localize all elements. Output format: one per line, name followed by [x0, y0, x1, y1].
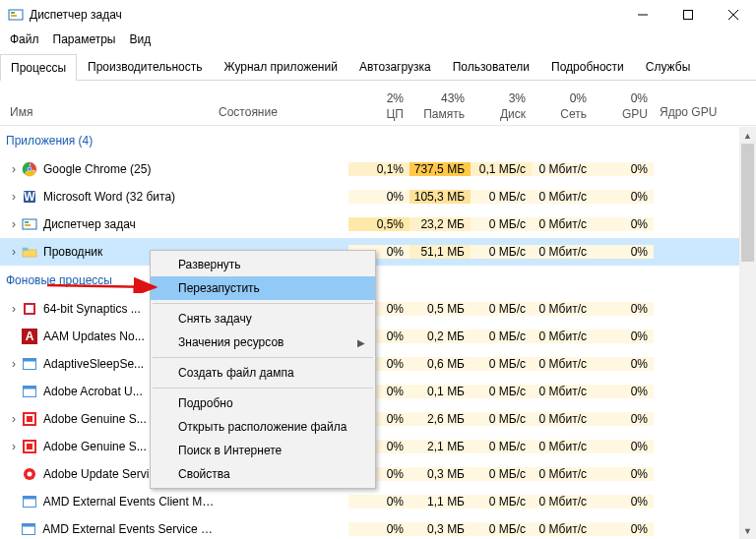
col-memory[interactable]: 43%Память	[410, 91, 471, 125]
svg-text:A: A	[26, 329, 34, 343]
cell-cpu: 0%	[348, 190, 410, 204]
minimize-button[interactable]	[620, 0, 665, 30]
cell-disk: 0 МБ/с	[471, 467, 532, 481]
tab-services[interactable]: Службы	[635, 53, 701, 80]
col-cpu[interactable]: 2%ЦП	[348, 91, 410, 125]
cell-mem: 737,5 МБ	[410, 162, 471, 176]
vertical-scrollbar[interactable]: ▲ ▼	[739, 127, 756, 539]
cell-net: 0 Мбит/с	[532, 467, 593, 481]
context-menu-item[interactable]: Перезапустить	[151, 276, 375, 300]
svg-rect-36	[23, 524, 35, 527]
cell-gpu: 0%	[593, 440, 654, 453]
expand-icon[interactable]: ›	[8, 440, 20, 453]
menu-file[interactable]: Файл	[10, 32, 39, 46]
annotation-arrow	[45, 266, 163, 293]
tab-processes[interactable]: Процессы	[0, 54, 77, 81]
col-net[interactable]: 0%Сеть	[532, 91, 593, 125]
process-icon	[22, 466, 37, 482]
process-name: Google Chrome (25)	[43, 162, 151, 176]
context-menu-item[interactable]: Поиск в Интернете	[151, 439, 375, 462]
cell-gpu: 0%	[593, 522, 654, 536]
expand-icon[interactable]: ›	[8, 217, 20, 231]
cell-mem: 0,3 МБ	[410, 522, 471, 536]
scroll-down-button[interactable]: ▼	[739, 522, 756, 539]
cell-disk: 0 МБ/с	[471, 440, 532, 453]
tab-startup[interactable]: Автозагрузка	[348, 53, 442, 80]
context-menu-item[interactable]: Развернуть	[151, 253, 375, 276]
process-row[interactable]: › Диспетчер задач 0,5% 23,2 МБ 0 МБ/с 0 …	[0, 210, 756, 238]
expand-icon[interactable]: ›	[8, 190, 20, 204]
cell-disk: 0 МБ/с	[471, 495, 532, 509]
context-menu-item[interactable]: Свойства	[151, 462, 375, 486]
cell-cpu: 0%	[348, 522, 410, 536]
submenu-arrow-icon: ▶	[357, 337, 365, 348]
app-icon	[8, 7, 24, 23]
cell-mem: 23,2 МБ	[410, 217, 471, 231]
col-gpu[interactable]: 0%GPU	[593, 91, 654, 125]
scroll-up-button[interactable]: ▲	[739, 127, 756, 144]
tab-app-history[interactable]: Журнал приложений	[214, 53, 348, 80]
tab-performance[interactable]: Производительность	[77, 53, 213, 80]
process-name: Microsoft Word (32 бита)	[43, 190, 175, 204]
process-icon	[22, 161, 37, 177]
process-row[interactable]: › 64-bit Synaptics ... 0% 0,5 МБ 0 МБ/с …	[0, 295, 756, 323]
process-row[interactable]: › Adobe Genuine S... 0% 2,1 МБ 0 МБ/с 0 …	[0, 433, 756, 460]
expand-icon[interactable]: ›	[8, 162, 20, 176]
expand-icon[interactable]: ›	[8, 412, 20, 426]
expand-icon[interactable]: ›	[8, 245, 20, 259]
menu-view[interactable]: Вид	[129, 32, 151, 46]
svg-rect-1	[11, 12, 15, 14]
context-menu-item[interactable]: Снять задачу	[151, 307, 375, 330]
process-row[interactable]: › AdaptiveSleepSe... 0% 0,6 МБ 0 МБ/с 0 …	[0, 350, 756, 378]
cell-gpu: 0%	[593, 245, 654, 259]
cell-gpu: 0%	[593, 495, 654, 509]
process-row[interactable]: › Adobe Genuine S... 0% 2,6 МБ 0 МБ/с 0 …	[0, 405, 756, 433]
cell-mem: 2,1 МБ	[410, 440, 471, 453]
tab-users[interactable]: Пользователи	[442, 53, 540, 80]
context-menu-separator	[153, 303, 373, 304]
window-controls	[620, 0, 756, 30]
context-menu-item[interactable]: Создать файл дампа	[151, 361, 375, 385]
cell-net: 0 Мбит/с	[532, 412, 593, 426]
process-row[interactable]: Adobe Update Service (32 бита) 0% 0,3 МБ…	[0, 460, 756, 488]
process-row[interactable]: › Проводник 0% 51,1 МБ 0 МБ/с 0 Мбит/с 0…	[0, 238, 756, 266]
process-row[interactable]: › W Microsoft Word (32 бита) 0% 105,3 МБ…	[0, 183, 756, 210]
process-row[interactable]: Adobe Acrobat U... 0% 0,1 МБ 0 МБ/с 0 Мб…	[0, 378, 756, 405]
menu-params[interactable]: Параметры	[53, 32, 116, 46]
cell-net: 0 Мбит/с	[532, 245, 593, 259]
context-menu-item[interactable]: Подробно	[151, 391, 375, 415]
expand-icon[interactable]: ›	[8, 302, 20, 316]
column-headers: Имя Состояние 2%ЦП 43%Память 3%Диск 0%Се…	[0, 81, 756, 126]
expand-icon[interactable]: ›	[8, 357, 20, 371]
context-menu-item[interactable]: Открыть расположение файла	[151, 415, 375, 439]
svg-rect-15	[25, 224, 31, 226]
process-icon	[22, 216, 37, 232]
tab-details[interactable]: Подробности	[540, 53, 635, 80]
svg-rect-27	[27, 416, 32, 422]
cell-gpu: 0%	[593, 412, 654, 426]
group-apps[interactable]: Приложения (4)	[0, 126, 756, 155]
process-row[interactable]: AMD External Events Client Mo... 0% 1,1 …	[0, 488, 756, 515]
process-row[interactable]: AMD External Events Service Mo... 0% 0,3…	[0, 515, 756, 539]
process-name: Диспетчер задач	[43, 217, 136, 231]
cell-gpu: 0%	[593, 302, 654, 316]
col-name[interactable]: Имя	[0, 105, 215, 125]
process-row[interactable]: A AAM Updates No... 0% 0,2 МБ 0 МБ/с 0 М…	[0, 323, 756, 350]
col-disk[interactable]: 3%Диск	[471, 91, 532, 125]
col-gpu-engine[interactable]: Ядро GPU	[654, 105, 719, 125]
cell-gpu: 0%	[593, 217, 654, 231]
svg-rect-14	[25, 221, 29, 223]
cell-cpu: 0%	[348, 495, 410, 509]
col-state[interactable]: Состояние	[215, 105, 348, 125]
context-menu-item[interactable]: Значения ресурсов ▶	[151, 330, 375, 354]
cell-mem: 0,1 МБ	[410, 385, 471, 398]
cell-gpu: 0%	[593, 385, 654, 398]
cell-net: 0 Мбит/с	[532, 385, 593, 398]
maximize-button[interactable]	[665, 0, 711, 30]
scroll-thumb[interactable]	[741, 144, 754, 262]
svg-rect-30	[27, 444, 32, 449]
cell-mem: 2,6 МБ	[410, 412, 471, 426]
process-row[interactable]: › Google Chrome (25) 0,1% 737,5 МБ 0,1 М…	[0, 155, 756, 183]
process-icon	[22, 301, 37, 317]
close-button[interactable]	[711, 0, 756, 30]
